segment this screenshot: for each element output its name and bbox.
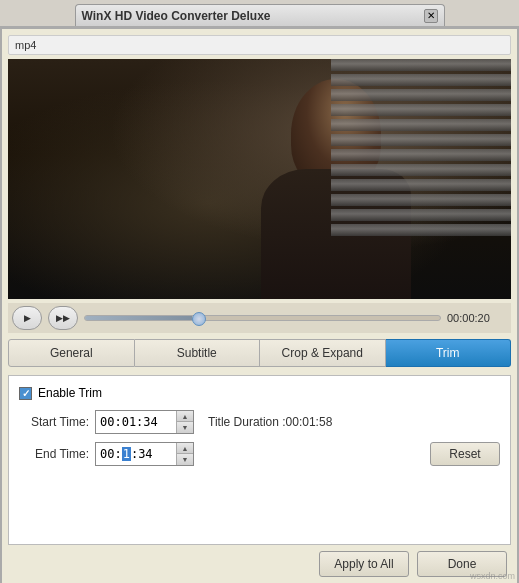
start-time-input-group[interactable]: ▲ ▼ xyxy=(95,410,194,434)
app-title: WinX HD Video Converter Deluxe xyxy=(82,9,271,23)
tab-trim[interactable]: Trim xyxy=(386,339,512,367)
enable-trim-checkbox[interactable]: ✓ xyxy=(19,387,32,400)
time-display: 00:00:20 xyxy=(447,312,507,324)
tab-subtitle[interactable]: Subtitle xyxy=(135,339,261,367)
seek-bar-filled xyxy=(85,316,192,320)
close-button[interactable]: ✕ xyxy=(424,9,438,23)
checkbox-check-icon: ✓ xyxy=(22,388,30,399)
tabs-row: General Subtitle Crop & Expand Trim xyxy=(8,339,511,367)
end-time-suffix: :34 xyxy=(131,447,153,461)
tab-general[interactable]: General xyxy=(8,339,135,367)
video-preview xyxy=(8,59,511,299)
end-time-up[interactable]: ▲ xyxy=(177,443,193,454)
tab-crop-expand[interactable]: Crop & Expand xyxy=(260,339,386,367)
title-duration-label: Title Duration : xyxy=(208,415,286,429)
filename: mp4 xyxy=(15,39,36,51)
enable-trim-row: ✓ Enable Trim xyxy=(19,386,500,400)
end-time-highlight: 1 xyxy=(122,447,131,461)
controls-bar: ▶ ▶▶ 00:00:20 xyxy=(8,303,511,333)
start-time-down[interactable]: ▼ xyxy=(177,422,193,433)
end-time-display[interactable]: 00:1:34 xyxy=(96,443,176,465)
bottom-bar: Apply to All Done xyxy=(8,545,511,579)
end-time-label: End Time: xyxy=(19,447,89,461)
reset-button[interactable]: Reset xyxy=(430,442,500,466)
start-time-row: Start Time: ▲ ▼ Title Duration :00:01:58 xyxy=(19,410,500,434)
start-time-up[interactable]: ▲ xyxy=(177,411,193,422)
main-window: mp4 ▶ ▶▶ 00:00:20 Gen xyxy=(0,26,519,583)
start-time-input[interactable] xyxy=(96,411,176,433)
apply-to-all-button[interactable]: Apply to All xyxy=(319,551,409,577)
title-duration-value: 00:01:58 xyxy=(286,415,333,429)
watermark: wsxdn.com xyxy=(470,571,515,581)
title-bar: WinX HD Video Converter Deluxe ✕ xyxy=(75,4,445,26)
seek-thumb[interactable] xyxy=(192,312,206,326)
trim-panel: ✓ Enable Trim Start Time: ▲ ▼ Title Dura… xyxy=(8,375,511,545)
start-time-spinner[interactable]: ▲ ▼ xyxy=(176,411,193,433)
blinds xyxy=(331,59,511,299)
play-button[interactable]: ▶ xyxy=(12,306,42,330)
forward-button[interactable]: ▶▶ xyxy=(48,306,78,330)
enable-trim-label: Enable Trim xyxy=(38,386,102,400)
file-bar: mp4 xyxy=(8,35,511,55)
end-time-prefix: 00: xyxy=(100,447,122,461)
seek-bar[interactable] xyxy=(84,315,441,321)
end-time-spinner[interactable]: ▲ ▼ xyxy=(176,443,193,465)
title-duration: Title Duration :00:01:58 xyxy=(208,415,332,429)
end-time-input-group[interactable]: 00:1:34 ▲ ▼ xyxy=(95,442,194,466)
start-time-label: Start Time: xyxy=(19,415,89,429)
end-time-down[interactable]: ▼ xyxy=(177,454,193,465)
end-time-row: End Time: 00:1:34 ▲ ▼ Reset xyxy=(19,442,500,466)
